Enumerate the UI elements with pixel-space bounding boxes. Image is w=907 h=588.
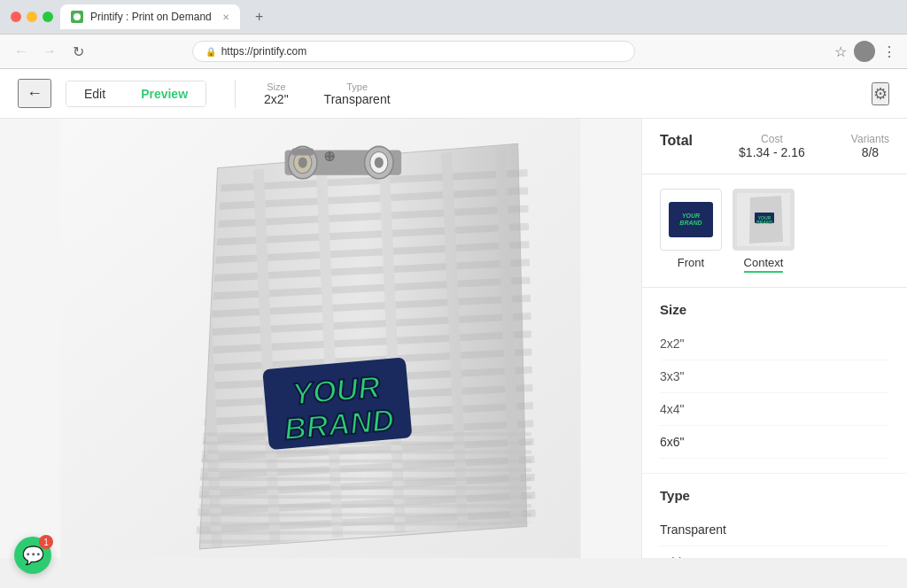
browser-chrome: Printify : Print on Demand ✕ + ← → ↻ 🔒 h… <box>0 0 907 69</box>
app-container: ← Edit Preview Size 2x2" Type Transparen… <box>0 69 907 558</box>
size-3x3-label: 3x3" <box>660 369 685 383</box>
url-text: https://printify.com <box>221 45 306 58</box>
size-options-section: Size 2x2" 3x3" 4x4" <box>642 288 907 474</box>
variants-value: 8/8 <box>851 145 889 159</box>
size-label: Size <box>267 81 285 92</box>
back-nav-button[interactable]: ← <box>11 43 32 59</box>
svg-rect-33 <box>199 477 531 481</box>
size-value: 2x2" <box>264 92 289 106</box>
type-label: Type <box>346 81 368 92</box>
front-thumb-label: Front <box>678 256 704 269</box>
svg-rect-30 <box>199 451 531 454</box>
size-option-2x2[interactable]: 2x2" <box>660 328 889 360</box>
type-white-label: White <box>660 555 692 558</box>
svg-rect-29 <box>199 441 531 445</box>
size-4x4-label: 4x4" <box>660 402 685 416</box>
svg-rect-32 <box>199 468 531 472</box>
size-2x2-label: 2x2" <box>660 337 685 351</box>
svg-rect-36 <box>199 504 531 507</box>
back-button[interactable]: ← <box>18 79 51 108</box>
svg-rect-38 <box>199 522 531 526</box>
main-area: YOUR BRAND Total Cost $1.34 - 2.16 Varia… <box>0 119 907 558</box>
lock-icon: 🔒 <box>205 47 216 57</box>
svg-point-48 <box>375 158 384 168</box>
svg-rect-45 <box>292 148 314 155</box>
context-thumb-image[interactable]: YOURBRAND <box>733 189 795 251</box>
sidebar-header: Total Cost $1.34 - 2.16 Variants 8/8 <box>642 119 907 174</box>
svg-point-0 <box>74 13 81 20</box>
svg-point-44 <box>298 158 307 168</box>
reload-button[interactable]: ↻ <box>67 43 89 60</box>
variants-label: Variants <box>851 133 889 145</box>
close-button[interactable] <box>11 12 21 22</box>
total-label: Total <box>660 133 693 149</box>
thumbnail-context[interactable]: YOURBRAND Context <box>733 189 795 273</box>
address-bar: ← → ↻ 🔒 https://printify.com ☆ ⋮ <box>0 34 907 69</box>
url-bar[interactable]: 🔒 https://printify.com <box>192 41 635 62</box>
toolbar: ← Edit Preview Size 2x2" Type Transparen… <box>0 69 907 119</box>
edit-button[interactable]: Edit <box>66 81 123 106</box>
cost-label: Cost <box>739 133 805 145</box>
sidebar: Total Cost $1.34 - 2.16 Variants 8/8 YOU… <box>641 119 907 558</box>
chat-icon: 💬 <box>22 545 44 566</box>
tab-close-icon[interactable]: ✕ <box>222 12 229 22</box>
user-avatar[interactable] <box>854 41 875 62</box>
address-actions: ☆ ⋮ <box>834 41 896 62</box>
minimize-button[interactable] <box>27 12 37 22</box>
thumbnails: YOURBRAND Front YOURBRAND <box>642 174 907 288</box>
context-thumb-label: Context <box>744 256 784 273</box>
size-option-3x3[interactable]: 3x3" <box>660 360 889 393</box>
svg-text:YOURBRAND: YOURBRAND <box>756 215 772 225</box>
type-transparent-label: Transparent <box>660 522 726 537</box>
type-section-title: Type <box>660 488 889 503</box>
browser-tab[interactable]: Printify : Print on Demand ✕ <box>60 4 240 29</box>
svg-rect-31 <box>199 460 531 463</box>
forward-nav-button[interactable]: → <box>39 43 60 59</box>
cost-value: $1.34 - 2.16 <box>739 145 805 159</box>
svg-rect-35 <box>199 495 531 499</box>
chat-badge: 1 <box>39 535 53 549</box>
title-bar: Printify : Print on Demand ✕ + <box>0 0 907 34</box>
new-tab-button[interactable]: + <box>247 4 272 29</box>
size-section: Size 2x2" <box>264 81 289 106</box>
svg-rect-37 <box>199 513 531 516</box>
variants-section: Variants 8/8 <box>851 133 889 159</box>
size-option-4x4[interactable]: 4x4" <box>660 393 889 426</box>
edit-preview-toggle: Edit Preview <box>66 81 206 107</box>
settings-button[interactable]: ⚙ <box>872 82 889 105</box>
menu-icon[interactable]: ⋮ <box>882 43 896 60</box>
type-option-transparent[interactable]: Transparent <box>660 514 889 546</box>
type-options-section: Type Transparent White <box>642 474 907 558</box>
cost-section: Cost $1.34 - 2.16 <box>739 133 805 159</box>
maximize-button[interactable] <box>43 12 53 22</box>
skateboard-mockup: YOUR BRAND <box>0 119 641 558</box>
type-value: Transparent <box>324 92 391 106</box>
svg-rect-34 <box>199 486 531 490</box>
size-option-6x6[interactable]: 6x6" <box>660 426 889 459</box>
type-section: Type Transparent <box>324 81 391 106</box>
tab-title: Printify : Print on Demand <box>90 11 212 23</box>
chat-bubble[interactable]: 💬 1 <box>14 537 51 574</box>
toolbar-divider <box>235 80 236 108</box>
size-section-title: Size <box>660 302 889 317</box>
type-option-white[interactable]: White <box>660 546 889 558</box>
size-6x6-label: 6x6" <box>660 435 685 449</box>
total-section: Total <box>660 133 693 149</box>
front-sticker-preview: YOURBRAND <box>669 202 713 237</box>
thumbnail-front[interactable]: YOURBRAND Front <box>660 189 722 273</box>
traffic-lights <box>11 12 53 22</box>
front-thumb-image[interactable]: YOURBRAND <box>660 189 722 251</box>
tab-favicon <box>71 11 83 23</box>
preview-button[interactable]: Preview <box>123 81 205 106</box>
context-thumb-svg: YOURBRAND <box>737 193 790 246</box>
canvas-area: YOUR BRAND <box>0 119 641 558</box>
bookmark-icon[interactable]: ☆ <box>834 43 847 60</box>
